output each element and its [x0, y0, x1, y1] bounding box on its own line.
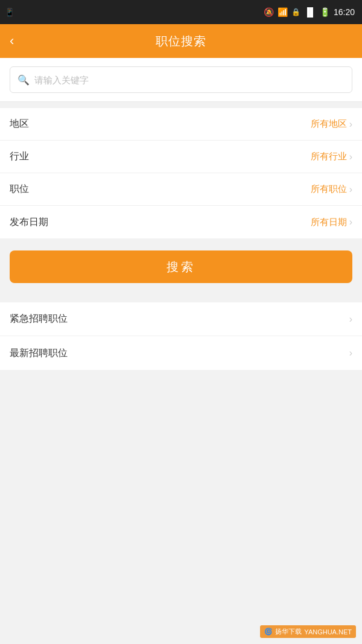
filter-label-position: 职位 — [10, 183, 29, 196]
filter-value-text-industry: 所有行业 — [311, 151, 347, 162]
filter-row-area[interactable]: 地区 所有地区 › — [0, 108, 362, 141]
status-bar-right: 🔕 📶 🔒 ▐▌ 🔋 16:20 — [264, 7, 355, 17]
chevron-right-icon-position: › — [349, 184, 352, 195]
back-icon: ‹ — [10, 33, 14, 49]
search-icon: 🔍 — [17, 74, 30, 86]
quicklinks-section: 紧急招聘职位 › 最新招聘职位 › — [0, 302, 362, 370]
status-bar: 📱 🔕 📶 🔒 ▐▌ 🔋 16:20 — [0, 0, 362, 24]
signal-icon: ▐▌ — [304, 7, 316, 17]
watermark-url: YANGHUA.NET — [304, 628, 352, 636]
chevron-right-icon-date: › — [349, 217, 352, 228]
filter-label-area: 地区 — [10, 118, 29, 130]
battery-icon: 🔋 — [320, 7, 330, 17]
filter-row-position[interactable]: 职位 所有职位 › — [0, 173, 362, 206]
filter-value-area[interactable]: 所有地区 › — [311, 118, 352, 130]
filter-section: 地区 所有地区 › 行业 所有行业 › 职位 所有职位 › 发布日期 所有日期 … — [0, 108, 362, 238]
page-title: 职位搜索 — [156, 33, 206, 49]
filter-value-date[interactable]: 所有日期 › — [311, 217, 352, 228]
search-input[interactable] — [34, 75, 345, 85]
watermark-text: 扬华下载 — [275, 627, 302, 636]
filter-value-text-date: 所有日期 — [311, 217, 347, 228]
watermark-icon: 🌀 — [264, 628, 273, 636]
filter-label-date: 发布日期 — [10, 216, 48, 229]
quicklink-label-urgent: 紧急招聘职位 — [10, 313, 68, 325]
quicklink-label-latest: 最新招聘职位 — [10, 347, 68, 360]
filter-value-text-position: 所有职位 — [311, 183, 347, 195]
filter-row-industry[interactable]: 行业 所有行业 › — [0, 141, 362, 173]
filter-value-position[interactable]: 所有职位 › — [311, 183, 352, 195]
quicklink-latest[interactable]: 最新招聘职位 › — [0, 336, 362, 370]
chevron-right-icon-urgent: › — [349, 314, 352, 325]
watermark: 🌀 扬华下载 YANGHUA.NET — [260, 625, 356, 638]
filter-value-text-area: 所有地区 — [311, 118, 347, 130]
chevron-right-icon-latest: › — [349, 348, 352, 359]
chevron-right-icon-area: › — [349, 119, 352, 130]
wifi-icon: 📶 — [278, 7, 288, 17]
search-button[interactable]: 搜索 — [10, 250, 352, 283]
header: ‹ 职位搜索 — [0, 24, 362, 58]
search-section: 🔍 — [0, 58, 362, 101]
status-bar-left: 📱 — [5, 8, 14, 17]
search-box[interactable]: 🔍 — [10, 66, 352, 93]
back-button[interactable]: ‹ — [10, 33, 14, 49]
search-divider — [0, 101, 362, 102]
chevron-right-icon-industry: › — [349, 151, 352, 162]
lock-icon: 🔒 — [291, 8, 300, 16]
filter-value-industry[interactable]: 所有行业 › — [311, 151, 352, 162]
sim-icon: 📱 — [5, 8, 14, 17]
filter-label-industry: 行业 — [10, 150, 29, 163]
search-btn-section: 搜索 — [0, 238, 362, 295]
filter-row-date[interactable]: 发布日期 所有日期 › — [0, 206, 362, 238]
clock: 16:20 — [334, 7, 355, 17]
quicklink-urgent[interactable]: 紧急招聘职位 › — [0, 302, 362, 336]
mute-icon: 🔕 — [264, 7, 274, 17]
